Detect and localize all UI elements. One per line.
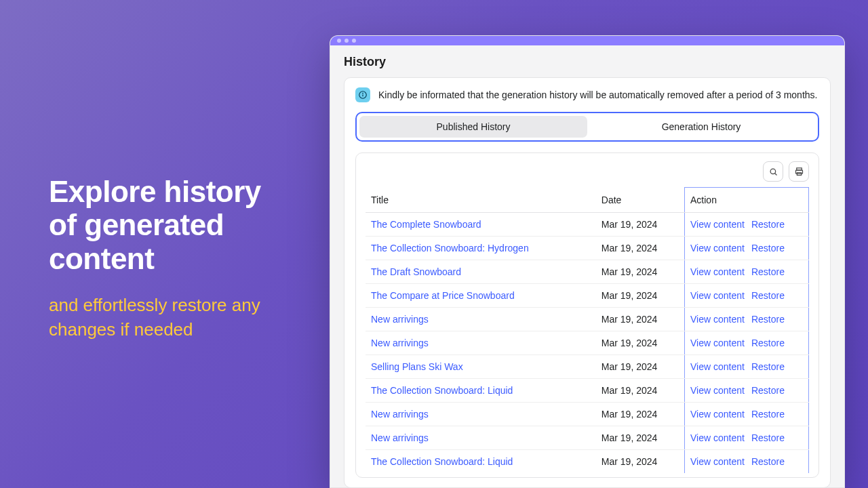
row-actions: View contentRestore xyxy=(685,284,809,308)
traffic-light-dot xyxy=(344,39,349,43)
row-title-link[interactable]: New arrivings xyxy=(371,409,429,420)
tabs: Published HistoryGeneration History xyxy=(355,112,819,142)
view-content-link[interactable]: View content xyxy=(690,361,745,372)
table-row: The Collection Snowboard: LiquidMar 19, … xyxy=(366,450,809,474)
history-card: Kindly be informated that the generation… xyxy=(344,77,831,488)
restore-link[interactable]: Restore xyxy=(751,314,785,325)
search-icon xyxy=(768,167,778,177)
promo-subline: and effortlessly restore any changes if … xyxy=(49,293,293,342)
traffic-light-dot xyxy=(352,39,356,43)
restore-link[interactable]: Restore xyxy=(751,385,785,396)
table-row: The Complete SnowboardMar 19, 2024View c… xyxy=(366,213,809,237)
row-date: Mar 19, 2024 xyxy=(596,284,685,308)
restore-link[interactable]: Restore xyxy=(751,266,785,277)
view-content-link[interactable]: View content xyxy=(690,243,745,253)
table-row: The Draft SnowboardMar 19, 2024View cont… xyxy=(366,260,809,284)
table-panel: Title Date Action The Complete Snowboard… xyxy=(355,152,819,478)
restore-link[interactable]: Restore xyxy=(751,361,785,372)
view-content-link[interactable]: View content xyxy=(690,219,745,230)
row-title-link[interactable]: New arrivings xyxy=(371,338,429,348)
row-date: Mar 19, 2024 xyxy=(596,355,685,379)
row-date: Mar 19, 2024 xyxy=(596,426,685,450)
col-header-date: Date xyxy=(596,188,685,213)
promo-headline: Explore history of generated content xyxy=(49,175,293,275)
table-row: The Collection Snowboard: LiquidMar 19, … xyxy=(366,379,809,403)
restore-link[interactable]: Restore xyxy=(751,432,785,443)
info-banner: Kindly be informated that the generation… xyxy=(355,87,819,102)
svg-line-4 xyxy=(774,173,776,175)
row-actions: View contentRestore xyxy=(685,379,809,403)
traffic-light-dot xyxy=(337,39,341,43)
promo-block: Explore history of generated content and… xyxy=(49,175,293,342)
table-row: The Compare at Price SnowboardMar 19, 20… xyxy=(366,284,809,308)
restore-link[interactable]: Restore xyxy=(751,219,785,230)
view-content-link[interactable]: View content xyxy=(690,314,745,325)
svg-point-3 xyxy=(770,169,776,174)
table-row: New arrivingsMar 19, 2024View contentRes… xyxy=(366,426,809,450)
table-row: New arrivingsMar 19, 2024View contentRes… xyxy=(366,308,809,331)
row-actions: View contentRestore xyxy=(685,355,809,379)
restore-link[interactable]: Restore xyxy=(751,409,785,420)
row-actions: View contentRestore xyxy=(685,237,809,260)
row-actions: View contentRestore xyxy=(685,308,809,331)
restore-link[interactable]: Restore xyxy=(751,338,785,348)
row-date: Mar 19, 2024 xyxy=(596,213,685,237)
print-icon xyxy=(794,167,804,177)
row-date: Mar 19, 2024 xyxy=(596,308,685,331)
info-icon xyxy=(355,87,370,102)
row-date: Mar 19, 2024 xyxy=(596,379,685,403)
col-header-title: Title xyxy=(366,188,596,213)
view-content-link[interactable]: View content xyxy=(690,338,745,348)
restore-link[interactable]: Restore xyxy=(751,456,785,467)
row-actions: View contentRestore xyxy=(685,450,809,474)
tab-published-history[interactable]: Published History xyxy=(359,116,587,138)
row-title-link[interactable]: Selling Plans Ski Wax xyxy=(371,361,463,372)
row-title-link[interactable]: The Collection Snowboard: Hydrogen xyxy=(371,243,529,253)
restore-link[interactable]: Restore xyxy=(751,243,785,253)
row-date: Mar 19, 2024 xyxy=(596,331,685,355)
row-title-link[interactable]: The Collection Snowboard: Liquid xyxy=(371,456,513,467)
row-date: Mar 19, 2024 xyxy=(596,237,685,260)
table-row: New arrivingsMar 19, 2024View contentRes… xyxy=(366,403,809,426)
row-title-link[interactable]: New arrivings xyxy=(371,432,429,443)
table-row: Selling Plans Ski WaxMar 19, 2024View co… xyxy=(366,355,809,379)
row-actions: View contentRestore xyxy=(685,331,809,355)
row-actions: View contentRestore xyxy=(685,403,809,426)
row-actions: View contentRestore xyxy=(685,213,809,237)
row-title-link[interactable]: The Collection Snowboard: Liquid xyxy=(371,385,513,396)
view-content-link[interactable]: View content xyxy=(690,409,745,420)
row-actions: View contentRestore xyxy=(685,426,809,450)
row-date: Mar 19, 2024 xyxy=(596,403,685,426)
svg-point-2 xyxy=(363,93,363,94)
row-date: Mar 19, 2024 xyxy=(596,450,685,474)
info-banner-text: Kindly be informated that the generation… xyxy=(378,89,817,100)
col-header-action: Action xyxy=(685,188,809,213)
row-title-link[interactable]: The Compare at Price Snowboard xyxy=(371,290,515,301)
row-title-link[interactable]: The Draft Snowboard xyxy=(371,266,461,277)
view-content-link[interactable]: View content xyxy=(690,385,745,396)
row-title-link[interactable]: New arrivings xyxy=(371,314,429,325)
search-button[interactable] xyxy=(763,161,783,182)
restore-link[interactable]: Restore xyxy=(751,290,785,301)
row-title-link[interactable]: The Complete Snowboard xyxy=(371,219,481,230)
row-date: Mar 19, 2024 xyxy=(596,260,685,284)
view-content-link[interactable]: View content xyxy=(690,266,745,277)
table-row: The Collection Snowboard: HydrogenMar 19… xyxy=(366,237,809,260)
page-title: History xyxy=(344,55,831,69)
app-window: History Kindly be informated that the ge… xyxy=(330,35,845,488)
history-table: Title Date Action The Complete Snowboard… xyxy=(366,187,809,473)
row-actions: View contentRestore xyxy=(685,260,809,284)
view-content-link[interactable]: View content xyxy=(690,290,745,301)
table-row: New arrivingsMar 19, 2024View contentRes… xyxy=(366,331,809,355)
print-button[interactable] xyxy=(789,161,809,182)
window-titlebar xyxy=(330,36,844,45)
tab-generation-history[interactable]: Generation History xyxy=(587,116,815,138)
view-content-link[interactable]: View content xyxy=(690,432,745,443)
view-content-link[interactable]: View content xyxy=(690,456,745,467)
